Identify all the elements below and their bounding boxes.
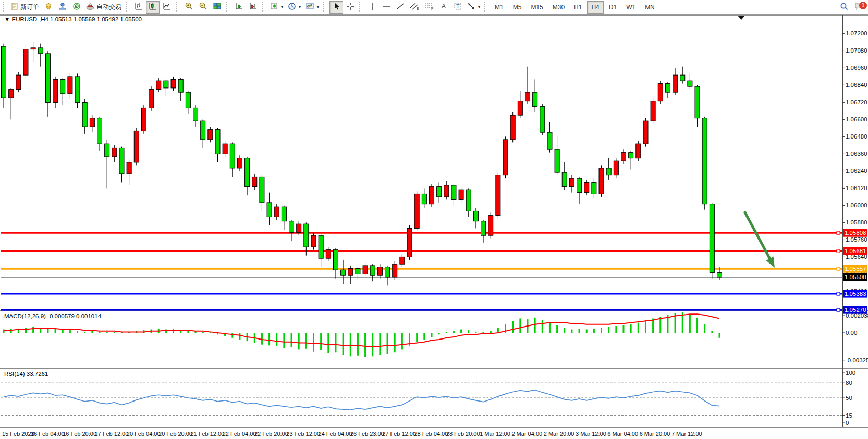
new-order-button[interactable]: 新订单 xyxy=(9,1,41,14)
candle-body xyxy=(356,268,360,274)
price-tick-label: 1.06480 xyxy=(846,133,867,140)
horizontal-line-tool-button[interactable] xyxy=(380,1,393,14)
candle-body xyxy=(540,107,545,133)
timeframe-M30[interactable]: M30 xyxy=(548,1,569,14)
periods-button[interactable]: ▾ xyxy=(286,1,303,14)
candle-body xyxy=(156,81,161,90)
hline-anchor[interactable] xyxy=(837,249,840,253)
main-toolbar: 新订单 自动交易 xyxy=(0,0,868,15)
auto-scroll-button[interactable] xyxy=(232,1,246,14)
zoom-out-button[interactable] xyxy=(196,1,210,14)
price-tick-label: 1.06720 xyxy=(846,99,867,105)
candle-body xyxy=(23,49,28,76)
candle-body xyxy=(237,158,242,168)
zoom-out-icon xyxy=(199,2,207,12)
line-chart-button[interactable] xyxy=(160,1,174,14)
signals-button[interactable] xyxy=(70,1,83,14)
timeframe-H4[interactable]: H4 xyxy=(587,1,603,14)
hline-anchor[interactable] xyxy=(837,231,840,234)
cursor-icon xyxy=(333,2,340,12)
zoom-in-button[interactable] xyxy=(182,1,195,14)
market-watch-icon xyxy=(44,2,53,12)
trendline-tool-button[interactable] xyxy=(394,1,407,14)
price-tick-label: 1.06960 xyxy=(846,65,867,71)
candle-body xyxy=(459,190,463,199)
rsi-tick-label: 100 xyxy=(846,370,855,376)
timeframe-M15[interactable]: M15 xyxy=(527,1,547,14)
vertical-line-icon xyxy=(369,2,375,12)
candle-body xyxy=(215,130,220,154)
timeframe-W1[interactable]: W1 xyxy=(622,1,640,14)
candle-body xyxy=(178,79,183,92)
timeframe-D1[interactable]: D1 xyxy=(605,1,621,14)
chevron-down-icon: ▾ xyxy=(281,5,283,9)
candle-body xyxy=(311,235,316,247)
signals-icon xyxy=(72,2,81,12)
cursor-tool-button[interactable] xyxy=(329,1,343,14)
timeframe-M1[interactable]: M1 xyxy=(491,1,508,14)
chart-canvas[interactable]: 1.072001.070801.069601.068401.067201.066… xyxy=(0,15,868,439)
candle-body xyxy=(201,121,205,140)
candle-body xyxy=(710,204,714,273)
navigator-button[interactable] xyxy=(56,1,69,14)
bar-chart-icon xyxy=(135,2,143,12)
candle-body xyxy=(407,228,412,257)
periods-icon xyxy=(288,2,297,12)
time-axis-label: 28 Feb 20:00 xyxy=(446,431,480,437)
chart-shift-button[interactable] xyxy=(246,1,260,14)
candle-body xyxy=(274,207,279,217)
market-watch-button[interactable] xyxy=(42,1,55,14)
hline-anchor[interactable] xyxy=(837,292,840,295)
candle-body xyxy=(577,178,582,193)
bar-chart-button[interactable] xyxy=(132,1,145,14)
crosshair-tool-button[interactable] xyxy=(344,1,357,14)
text-label-tool-button[interactable]: T xyxy=(451,1,464,14)
tile-windows-button[interactable] xyxy=(210,1,224,14)
candle-body xyxy=(119,148,124,174)
search-button[interactable] xyxy=(837,1,851,14)
time-axis-label: 16 Feb 20:00 xyxy=(63,431,96,437)
time-axis-label: 6 Mar 04:00 xyxy=(607,431,638,437)
notifications-button[interactable]: 1 xyxy=(851,1,867,14)
candle-body xyxy=(496,175,500,216)
templates-button[interactable]: ▾ xyxy=(303,1,321,14)
candle-body xyxy=(245,158,250,187)
indicators-button[interactable]: ▾ xyxy=(268,1,285,14)
arrows-tool-button[interactable]: ▾ xyxy=(465,1,482,14)
time-axis[interactable]: 15 Feb 202316 Feb 04:0016 Feb 20:0017 Fe… xyxy=(2,431,702,437)
candle-body xyxy=(38,48,43,54)
candle-body xyxy=(260,177,264,203)
candle-body xyxy=(592,182,596,194)
zoom-in-icon xyxy=(185,2,193,12)
hline-anchor[interactable] xyxy=(837,267,840,270)
candle-body xyxy=(629,153,633,158)
candle-body xyxy=(393,264,397,277)
candle-body xyxy=(525,92,530,101)
candle-body xyxy=(680,75,685,81)
chevron-down-icon: ▾ xyxy=(317,5,319,9)
vertical-line-tool-button[interactable] xyxy=(365,1,379,14)
toolbar-grip xyxy=(262,2,266,12)
templates-icon xyxy=(305,2,315,12)
fibonacci-tool-button[interactable]: F xyxy=(422,1,436,14)
autotrading-button[interactable]: 自动交易 xyxy=(84,1,124,14)
crosshair-icon xyxy=(346,2,354,12)
candle-body xyxy=(134,131,139,162)
indicators-icon xyxy=(270,2,279,12)
hline-anchor[interactable] xyxy=(837,308,840,311)
chevron-down-icon: ▾ xyxy=(299,5,301,9)
timeframe-M5[interactable]: M5 xyxy=(509,1,526,14)
candle-body xyxy=(53,79,58,102)
timeframe-H1[interactable]: H1 xyxy=(570,1,586,14)
candle-body xyxy=(533,92,537,107)
equidistant-channel-tool-button[interactable]: E xyxy=(408,1,422,14)
timeframe-MN[interactable]: MN xyxy=(641,1,659,14)
fibonacci-icon: F xyxy=(424,2,434,12)
text-tool-button[interactable]: A xyxy=(437,1,450,14)
autotrading-icon xyxy=(86,2,95,12)
candle-body xyxy=(385,267,390,277)
candlestick-chart-button[interactable] xyxy=(146,1,160,14)
chevron-down-icon: ▾ xyxy=(478,5,480,9)
candle-body xyxy=(437,187,442,197)
candle-body xyxy=(377,267,382,276)
